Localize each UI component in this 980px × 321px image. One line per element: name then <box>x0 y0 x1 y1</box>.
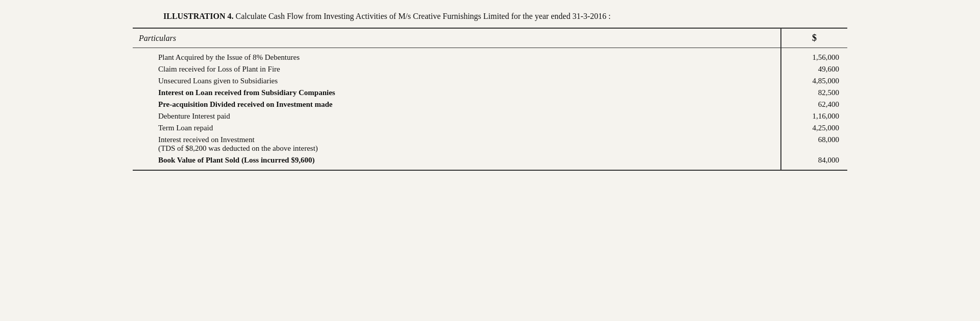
illustration-title: ILLUSTRATION 4. Calculate Cash Flow from… <box>133 10 847 22</box>
amount-cell: 68,000 <box>781 134 847 154</box>
table-body: Plant Acquired by the Issue of 8% Debent… <box>133 48 847 171</box>
illustration-number: ILLUSTRATION 4. <box>163 12 234 20</box>
amount-cell: 1,16,000 <box>781 110 847 122</box>
table-row: Term Loan repaid4,25,000 <box>133 122 847 134</box>
amount-cell: 84,000 <box>781 154 847 170</box>
particular-cell: Interest received on Investment(TDS of $… <box>133 134 781 154</box>
table-row: Pre-acquisition Divided received on Inve… <box>133 99 847 110</box>
sub-note: (TDS of $8,200 was deducted on the above… <box>158 144 318 152</box>
table-row: Book Value of Plant Sold (Loss incurred … <box>133 154 847 170</box>
table-row: Unsecured Loans given to Subsidiaries4,8… <box>133 75 847 87</box>
particular-cell: Term Loan repaid <box>133 122 781 134</box>
amount-cell: 62,400 <box>781 99 847 110</box>
illustration-description: Calculate Cash Flow from Investing Activ… <box>236 12 611 20</box>
table-header-row: Particulars $ <box>133 29 847 48</box>
particular-cell: Unsecured Loans given to Subsidiaries <box>133 75 781 87</box>
amount-cell: 49,600 <box>781 63 847 75</box>
amount-cell: 82,500 <box>781 87 847 99</box>
particular-cell: Debenture Interest paid <box>133 110 781 122</box>
col-amount-header: $ <box>781 29 847 48</box>
particular-cell: Interest on Loan received from Subsidiar… <box>133 87 781 99</box>
amount-cell: 4,25,000 <box>781 122 847 134</box>
particular-cell: Pre-acquisition Divided received on Inve… <box>133 99 781 110</box>
main-table: Particulars $ Plant Acquired by the Issu… <box>133 29 847 171</box>
col-particulars-header: Particulars <box>133 29 781 48</box>
amount-cell: 1,56,000 <box>781 48 847 64</box>
page-container: ILLUSTRATION 4. Calculate Cash Flow from… <box>133 10 847 171</box>
table-row: Interest received on Investment(TDS of $… <box>133 134 847 154</box>
table-row: Plant Acquired by the Issue of 8% Debent… <box>133 48 847 64</box>
table-row: Interest on Loan received from Subsidiar… <box>133 87 847 99</box>
table-wrapper: Particulars $ Plant Acquired by the Issu… <box>133 28 847 171</box>
table-row: Debenture Interest paid1,16,000 <box>133 110 847 122</box>
particular-cell: Plant Acquired by the Issue of 8% Debent… <box>133 48 781 64</box>
particular-cell: Book Value of Plant Sold (Loss incurred … <box>133 154 781 170</box>
particular-cell: Claim received for Loss of Plant in Fire <box>133 63 781 75</box>
amount-cell: 4,85,000 <box>781 75 847 87</box>
table-row: Claim received for Loss of Plant in Fire… <box>133 63 847 75</box>
